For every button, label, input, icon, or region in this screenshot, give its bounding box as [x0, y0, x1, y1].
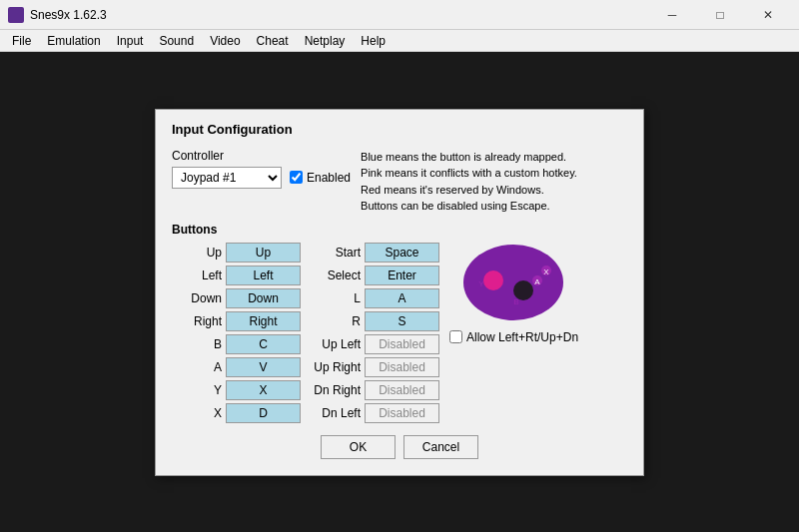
menu-input[interactable]: Input — [109, 30, 152, 52]
allow-checkbox[interactable] — [449, 330, 462, 343]
button-row-a: A — [172, 357, 301, 377]
right-buttons-col: Start Select L R — [311, 243, 439, 423]
dialog-title: Input Configuration — [172, 122, 627, 137]
button-row-up: Up — [172, 243, 301, 263]
left-buttons-col: Up Left Down Right — [172, 243, 301, 423]
button-row-x: X — [172, 403, 301, 423]
controller-section: Controller Joypad #1 Enabled — [172, 149, 351, 199]
btn-input-dnleft[interactable] — [365, 403, 439, 423]
enabled-checkbox[interactable] — [290, 171, 303, 184]
btn-label-b: B — [172, 337, 222, 351]
button-row-l: L — [311, 288, 439, 308]
btn-input-l[interactable] — [365, 288, 439, 308]
btn-label-up: Up — [172, 246, 222, 260]
btn-label-r: R — [311, 314, 361, 328]
allow-label: Allow Left+Rt/Up+Dn — [466, 330, 578, 344]
btn-input-x[interactable] — [226, 403, 301, 423]
top-section: Controller Joypad #1 Enabled Blue means … — [172, 149, 627, 215]
window-controls: ─ □ ✕ — [649, 0, 791, 30]
btn-label-right: Right — [172, 314, 222, 328]
btn-label-a: A — [172, 360, 222, 374]
maximize-button[interactable]: □ — [697, 0, 743, 30]
svg-text:B: B — [513, 297, 518, 306]
menu-sound[interactable]: Sound — [151, 30, 202, 52]
controller-image-area: X A Y B Allow Left+Rt/Up+Dn — [449, 243, 578, 423]
btn-input-up[interactable] — [226, 243, 301, 263]
menu-emulation[interactable]: Emulation — [39, 30, 108, 52]
info-box: Blue means the button is already mapped.… — [361, 149, 627, 215]
ok-button[interactable]: OK — [321, 435, 396, 459]
btn-label-dnright: Dn Right — [311, 383, 361, 397]
dialog-footer: OK Cancel — [172, 435, 627, 459]
info-line4: Buttons can be disabled using Escape. — [361, 198, 627, 215]
btn-label-l: L — [311, 291, 361, 305]
enabled-row: Enabled — [290, 171, 351, 185]
button-row-start: Start — [311, 243, 439, 263]
menu-netplay[interactable]: Netplay — [297, 30, 354, 52]
btn-input-a[interactable] — [226, 357, 301, 377]
svg-text:Y: Y — [478, 279, 484, 288]
menu-cheat[interactable]: Cheat — [249, 30, 297, 52]
minimize-button[interactable]: ─ — [649, 0, 695, 30]
info-line1: Blue means the button is already mapped. — [361, 149, 627, 166]
menu-video[interactable]: Video — [202, 30, 248, 52]
svg-point-1 — [483, 270, 503, 290]
menubar: File Emulation Input Sound Video Cheat N… — [0, 30, 799, 52]
btn-input-upright[interactable] — [365, 357, 439, 377]
button-row-r: R — [311, 311, 439, 331]
cancel-button[interactable]: Cancel — [403, 435, 478, 459]
btn-label-y: Y — [172, 383, 222, 397]
button-row-upleft: Up Left — [311, 334, 439, 354]
buttons-right-section: Up Left Down Right — [172, 243, 627, 423]
btn-label-x: X — [172, 406, 222, 420]
btn-input-upleft[interactable] — [365, 334, 439, 354]
allow-checkbox-row: Allow Left+Rt/Up+Dn — [449, 330, 578, 344]
btn-label-dnleft: Dn Left — [311, 406, 361, 420]
btn-input-select[interactable] — [365, 266, 439, 285]
btn-label-upleft: Up Left — [311, 337, 361, 351]
button-row-y: Y — [172, 380, 301, 400]
buttons-title: Buttons — [172, 223, 627, 237]
info-line3: Red means it's reserved by Windows. — [361, 182, 627, 199]
window-title: Snes9x 1.62.3 — [30, 8, 649, 22]
btn-input-r[interactable] — [365, 311, 439, 331]
btn-input-y[interactable] — [226, 380, 301, 400]
button-row-dnright: Dn Right — [311, 380, 439, 400]
svg-text:A: A — [534, 277, 540, 286]
controller-select[interactable]: Joypad #1 — [172, 167, 282, 189]
button-row-down: Down — [172, 288, 301, 308]
btn-input-down[interactable] — [226, 288, 301, 308]
btn-input-start[interactable] — [365, 243, 439, 263]
controller-label: Controller — [172, 149, 351, 163]
snes-controller-image: X A Y B — [461, 243, 566, 322]
close-button[interactable]: ✕ — [745, 0, 791, 30]
btn-input-dnright[interactable] — [365, 380, 439, 400]
enabled-label: Enabled — [307, 171, 351, 185]
button-row-b: B — [172, 334, 301, 354]
btn-label-select: Select — [311, 268, 361, 282]
info-line2: Pink means it conflicts with a custom ho… — [361, 165, 627, 182]
button-row-select: Select — [311, 266, 439, 285]
menu-file[interactable]: File — [4, 30, 39, 52]
button-row-dnleft: Dn Left — [311, 403, 439, 423]
main-area: Input Configuration Controller Joypad #1… — [0, 52, 799, 532]
btn-input-right[interactable] — [226, 311, 301, 331]
btn-input-b[interactable] — [226, 334, 301, 354]
btn-label-left: Left — [172, 268, 222, 282]
titlebar: Snes9x 1.62.3 ─ □ ✕ — [0, 0, 799, 30]
button-row-left: Left — [172, 266, 301, 285]
menu-help[interactable]: Help — [353, 30, 394, 52]
button-row-right: Right — [172, 311, 301, 331]
input-configuration-dialog: Input Configuration Controller Joypad #1… — [155, 109, 644, 476]
svg-text:X: X — [543, 267, 549, 276]
btn-label-upright: Up Right — [311, 360, 361, 374]
btn-label-start: Start — [311, 246, 361, 260]
btn-input-left[interactable] — [226, 266, 301, 285]
controller-row: Joypad #1 Enabled — [172, 167, 351, 189]
app-icon — [8, 7, 24, 23]
btn-label-down: Down — [172, 291, 222, 305]
buttons-section: Buttons Up Left Down — [172, 223, 627, 423]
button-row-upright: Up Right — [311, 357, 439, 377]
